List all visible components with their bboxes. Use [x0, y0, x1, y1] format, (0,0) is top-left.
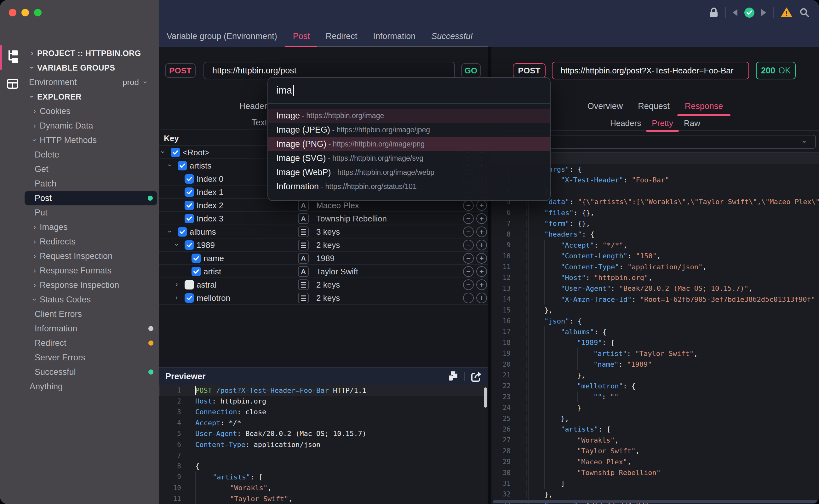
chevron-down-icon[interactable]: ›	[173, 243, 181, 246]
type-object-icon[interactable]	[298, 279, 309, 290]
remove-row-button[interactable]: −	[463, 226, 474, 237]
sidebar-item-server-errors[interactable]: Server Errors	[0, 350, 159, 365]
nav-back-icon[interactable]	[733, 9, 737, 16]
response-subtab-raw[interactable]: Raw	[684, 116, 700, 130]
autocomplete-result-image[interactable]: Image - https://httpbin.org/image	[268, 109, 550, 123]
sidebar-item-successful[interactable]: Successful	[0, 365, 159, 379]
remove-row-button[interactable]: −	[463, 200, 474, 211]
sidebar-item-client-errors[interactable]: Client Errors	[0, 307, 159, 321]
add-row-button[interactable]: +	[476, 213, 487, 224]
autocomplete-result-image-webp[interactable]: Image (WebP) - https://httpbin.org/image…	[268, 165, 550, 180]
warning-icon[interactable]	[781, 7, 793, 18]
row-value[interactable]: 2 keys	[316, 238, 340, 252]
remove-row-button[interactable]: −	[463, 293, 474, 303]
nav-forward-icon[interactable]	[761, 9, 766, 16]
environment-selector[interactable]: prod›	[123, 77, 150, 87]
row-checkbox[interactable]	[185, 214, 194, 223]
tab-redirect[interactable]: Redirect	[326, 25, 358, 47]
sidebar-item-response-formats[interactable]: ›Response Formats	[0, 263, 159, 278]
add-row-button[interactable]: +	[476, 279, 487, 290]
status-ok-icon[interactable]	[744, 8, 754, 18]
row-key-label[interactable]: name	[203, 252, 224, 265]
type-text-icon[interactable]: A	[298, 266, 309, 277]
row-key-label[interactable]: <Root>	[183, 146, 209, 159]
sidebar-item-cookies[interactable]: ›Cookies	[0, 104, 159, 118]
row-value[interactable]: 2 keys	[316, 291, 340, 305]
request-url-input[interactable]: https://httpbin.org/post	[203, 62, 455, 79]
autocomplete-result-image-jpeg[interactable]: Image (JPEG) - https://httpbin.org/image…	[268, 123, 550, 137]
minimize-button[interactable]	[21, 9, 29, 16]
previewer-scrollbar[interactable]	[484, 387, 487, 408]
sidebar-item-project-httpbin-org[interactable]: ›PROJECT :: HTTPBIN.ORG	[0, 46, 159, 60]
row-checkbox[interactable]	[185, 240, 194, 250]
chevron-down-icon[interactable]: ›	[166, 164, 174, 166]
row-checkbox[interactable]	[192, 267, 201, 276]
chevron-down-icon[interactable]: ›	[159, 151, 167, 153]
remove-row-button[interactable]: −	[463, 240, 474, 250]
type-text-icon[interactable]: A	[298, 253, 309, 264]
row-checkbox[interactable]	[171, 148, 180, 157]
remove-row-button[interactable]: −	[463, 213, 474, 224]
sidebar-item-dynamic-data[interactable]: ›Dynamic Data	[0, 118, 159, 133]
row-value[interactable]: Township Rebellion	[316, 212, 387, 225]
remove-row-button[interactable]: −	[463, 253, 474, 264]
sidebar-item-patch[interactable]: Patch	[0, 176, 159, 191]
sidebar-item-variable-groups[interactable]: ›VARIABLE GROUPS	[0, 60, 159, 75]
row-value[interactable]: Taylor Swift	[316, 265, 358, 278]
close-button[interactable]	[9, 9, 16, 16]
search-icon[interactable]	[799, 8, 810, 18]
row-key-label[interactable]: Index 2	[197, 199, 223, 212]
autocomplete-query-input[interactable]: ima	[276, 85, 294, 96]
sidebar-item-information[interactable]: Information	[0, 321, 159, 336]
row-checkbox[interactable]	[178, 161, 187, 170]
type-text-icon[interactable]: A	[298, 213, 309, 224]
row-value[interactable]: 3 keys	[316, 225, 340, 238]
zoom-button[interactable]	[34, 9, 42, 16]
remove-row-button[interactable]: −	[463, 266, 474, 277]
row-key-label[interactable]: Index 3	[197, 212, 223, 225]
response-subtab-pretty[interactable]: Pretty	[652, 116, 673, 130]
autocomplete-result-information[interactable]: Information - https://httpbin.org/status…	[268, 180, 550, 194]
sidebar-item-put[interactable]: Put	[0, 205, 159, 220]
sidebar-item-response-inspection[interactable]: ›Response Inspection	[0, 278, 159, 292]
row-key-label[interactable]: Index 0	[197, 172, 223, 186]
response-subtab-headers[interactable]: Headers	[610, 116, 641, 130]
sidebar-item-anything[interactable]: Anything	[0, 379, 159, 394]
sidebar-item-status-codes[interactable]: ›Status Codes	[0, 292, 159, 307]
copy-icon[interactable]	[447, 370, 459, 383]
row-key-label[interactable]: mellotron	[197, 291, 230, 305]
row-key-label[interactable]: artists	[190, 159, 211, 172]
go-button[interactable]: GO	[461, 63, 481, 78]
row-checkbox[interactable]	[185, 201, 194, 210]
row-checkbox[interactable]	[185, 293, 194, 303]
add-row-button[interactable]: +	[476, 226, 487, 237]
chevron-down-icon[interactable]: ›	[166, 230, 174, 232]
row-key-label[interactable]: Index 1	[197, 186, 223, 199]
row-key-label[interactable]: artist	[203, 265, 221, 278]
add-row-button[interactable]: +	[476, 200, 487, 211]
add-row-button[interactable]: +	[476, 253, 487, 264]
row-value[interactable]: 1989	[316, 252, 335, 265]
row-checkbox[interactable]	[192, 254, 201, 263]
sidebar-item-environment[interactable]: Environmentprod›	[0, 75, 159, 89]
row-key-label[interactable]: 1989	[197, 238, 215, 252]
sidebar-item-http-methods[interactable]: ›HTTP Methods	[0, 133, 159, 147]
add-row-button[interactable]: +	[476, 240, 487, 250]
sidebar-item-explorer[interactable]: ›EXPLORER	[0, 89, 159, 104]
tab-variable-group-environment[interactable]: Variable group (Environment)	[167, 25, 277, 47]
sidebar-item-redirects[interactable]: ›Redirects	[0, 234, 159, 249]
row-value[interactable]: 2 keys	[316, 278, 340, 291]
response-url-input[interactable]: https://httpbin.org/post?X-Test-Header=F…	[552, 62, 749, 79]
sidebar-item-redirect[interactable]: Redirect	[0, 336, 159, 350]
sidebar-item-request-inspection[interactable]: ›Request Inspection	[0, 249, 159, 263]
row-checkbox[interactable]	[185, 174, 194, 184]
sidebar-item-images[interactable]: ›Images	[0, 220, 159, 234]
sidebar-item-get[interactable]: Get	[0, 162, 159, 176]
response-tab-response[interactable]: Response	[685, 98, 723, 115]
chevron-right-icon[interactable]: ›	[175, 280, 178, 289]
type-object-icon[interactable]	[298, 240, 309, 250]
tab-successful[interactable]: Successful	[431, 25, 473, 47]
add-row-button[interactable]: +	[476, 293, 487, 303]
sidebar-item-delete[interactable]: Delete	[0, 147, 159, 162]
row-checkbox[interactable]	[178, 227, 187, 237]
